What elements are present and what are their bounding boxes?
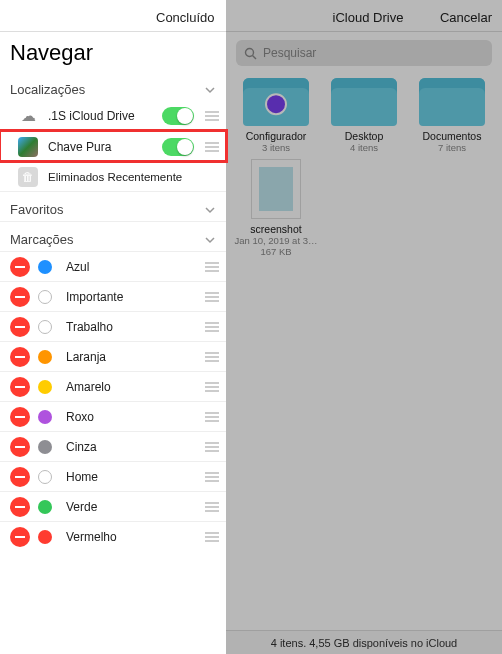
tag-label: Cinza — [66, 440, 200, 454]
file-subtitle: Jan 10, 2019 at 3… — [235, 235, 318, 246]
delete-icon[interactable] — [10, 467, 30, 487]
trash-icon: 🗑 — [18, 167, 38, 187]
drag-handle-icon[interactable] — [204, 412, 220, 422]
tag-label: Vermelho — [66, 530, 200, 544]
header-title: iCloud Drive — [333, 10, 404, 25]
toggle-switch[interactable] — [162, 107, 194, 125]
tag-label: Verde — [66, 500, 200, 514]
svg-line-1 — [253, 55, 257, 59]
tag-label: Azul — [66, 260, 200, 274]
drag-handle-icon[interactable] — [204, 292, 220, 302]
folder-item[interactable]: Documentos7 itens — [410, 78, 494, 153]
delete-icon[interactable] — [10, 527, 30, 547]
drag-handle-icon[interactable] — [204, 142, 220, 152]
delete-icon[interactable] — [10, 437, 30, 457]
file-item[interactable]: screenshotJan 10, 2019 at 3…167 KB — [234, 159, 318, 257]
drag-handle-icon[interactable] — [204, 472, 220, 482]
location-row-chave-pura[interactable]: Chave Pura — [0, 131, 226, 161]
tag-color-dot — [38, 530, 52, 544]
location-label: Eliminados Recentemente — [48, 171, 220, 183]
drag-handle-icon[interactable] — [204, 322, 220, 332]
tag-row[interactable]: Azul — [0, 251, 226, 281]
chevron-down-icon — [204, 204, 216, 216]
top-header: Concluído iCloud Drive Cancelar — [0, 0, 502, 32]
tag-label: Laranja — [66, 350, 200, 364]
location-label: .1S iCloud Drive — [48, 109, 162, 123]
content-pane: Pesquisar Configurador3 itensDesktop4 it… — [226, 32, 502, 654]
chevron-down-icon — [204, 234, 216, 246]
tag-color-dot — [38, 500, 52, 514]
drag-handle-icon[interactable] — [204, 532, 220, 542]
location-label: Chave Pura — [48, 140, 162, 154]
search-input[interactable]: Pesquisar — [236, 40, 492, 66]
tag-color-dot — [38, 470, 52, 484]
tag-row[interactable]: Laranja — [0, 341, 226, 371]
delete-icon[interactable] — [10, 407, 30, 427]
tag-row[interactable]: Cinza — [0, 431, 226, 461]
folder-name: Desktop — [345, 130, 384, 142]
tag-color-dot — [38, 410, 52, 424]
file-name: screenshot — [250, 223, 301, 235]
tag-row[interactable]: Vermelho — [0, 521, 226, 551]
tag-color-dot — [38, 320, 52, 334]
folder-item[interactable]: Desktop4 itens — [322, 78, 406, 153]
section-favorites-label: Favoritos — [10, 202, 63, 217]
cloud-icon: ☁︎ — [18, 106, 38, 126]
location-row-icloud[interactable]: ☁︎ .1S iCloud Drive — [0, 101, 226, 131]
cancel-button[interactable]: Cancelar — [440, 10, 492, 25]
tag-row[interactable]: Amarelo — [0, 371, 226, 401]
tag-label: Amarelo — [66, 380, 200, 394]
done-button[interactable]: Concluído — [156, 10, 215, 25]
tag-row[interactable]: Roxo — [0, 401, 226, 431]
folder-icon — [243, 78, 309, 126]
tag-color-dot — [38, 350, 52, 364]
tag-color-dot — [38, 260, 52, 274]
tag-label: Trabalho — [66, 320, 200, 334]
tag-label: Roxo — [66, 410, 200, 424]
delete-icon[interactable] — [10, 347, 30, 367]
file-thumbnail — [251, 159, 301, 219]
tag-color-dot — [38, 440, 52, 454]
folder-name: Configurador — [246, 130, 307, 142]
folder-icon — [419, 78, 485, 126]
footer-status: 4 itens. 4,55 GB disponíveis no iCloud — [226, 630, 502, 654]
tag-row[interactable]: Trabalho — [0, 311, 226, 341]
chevron-down-icon — [204, 84, 216, 96]
delete-icon[interactable] — [10, 287, 30, 307]
drag-handle-icon[interactable] — [204, 442, 220, 452]
sidebar: Navegar Localizações ☁︎ .1S iCloud Drive… — [0, 32, 226, 654]
folder-icon — [331, 78, 397, 126]
folder-subtitle: 3 itens — [262, 142, 290, 153]
section-locations-label: Localizações — [10, 82, 85, 97]
toggle-switch[interactable] — [162, 138, 194, 156]
tag-row[interactable]: Verde — [0, 491, 226, 521]
delete-icon[interactable] — [10, 377, 30, 397]
section-tags[interactable]: Marcações — [0, 221, 226, 251]
drag-handle-icon[interactable] — [204, 382, 220, 392]
section-locations[interactable]: Localizações — [0, 72, 226, 101]
folder-badge — [265, 93, 287, 115]
search-placeholder: Pesquisar — [263, 46, 316, 60]
tag-label: Importante — [66, 290, 200, 304]
search-icon — [244, 47, 257, 60]
drag-handle-icon[interactable] — [204, 262, 220, 272]
section-tags-label: Marcações — [10, 232, 74, 247]
delete-icon[interactable] — [10, 317, 30, 337]
folder-subtitle: 7 itens — [438, 142, 466, 153]
tag-row[interactable]: Importante — [0, 281, 226, 311]
section-favorites[interactable]: Favoritos — [0, 191, 226, 221]
browse-title: Navegar — [0, 32, 226, 72]
drag-handle-icon[interactable] — [204, 111, 220, 121]
file-size: 167 KB — [260, 246, 291, 257]
tag-row[interactable]: Home — [0, 461, 226, 491]
delete-icon[interactable] — [10, 257, 30, 277]
drag-handle-icon[interactable] — [204, 502, 220, 512]
tag-label: Home — [66, 470, 200, 484]
folder-item[interactable]: Configurador3 itens — [234, 78, 318, 153]
folder-subtitle: 4 itens — [350, 142, 378, 153]
location-row-trash[interactable]: 🗑 Eliminados Recentemente — [0, 161, 226, 191]
tag-color-dot — [38, 290, 52, 304]
svg-point-0 — [246, 48, 254, 56]
drag-handle-icon[interactable] — [204, 352, 220, 362]
delete-icon[interactable] — [10, 497, 30, 517]
